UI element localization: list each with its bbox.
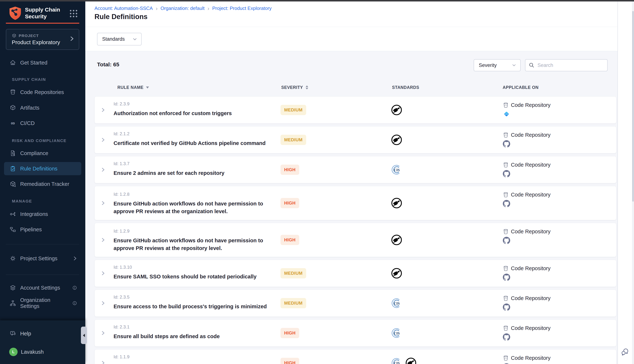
owasp-standard-icon	[405, 357, 417, 364]
sort-toggle-icon[interactable]	[306, 86, 308, 90]
sidebar-item-remediation-tracker[interactable]: Remediation Tracker	[4, 178, 81, 190]
page-scrollbar[interactable]	[632, 2, 634, 364]
sidebar-item-label: Get Started	[20, 60, 47, 66]
github-icon	[503, 140, 510, 148]
pipelines-icon	[10, 226, 16, 233]
table-row[interactable]: Id: 2.3.5 Ensure access to the build pro…	[95, 290, 616, 317]
sidebar-item-label: Integrations	[20, 211, 48, 217]
chevron-down-icon	[132, 36, 138, 42]
sidebar-item-artifacts[interactable]: Artifacts	[4, 101, 81, 114]
expand-chevron-icon[interactable]	[100, 107, 106, 113]
sidebar-item-cicd[interactable]: ∞ CI/CD	[4, 116, 81, 130]
sidebar-item-label: Rule Definitions	[20, 166, 57, 172]
table-row[interactable]: Id: 2.3.1 Ensure all build steps are def…	[95, 320, 616, 346]
sidebar-item-get-started[interactable]: Get Started	[4, 56, 81, 69]
table-row[interactable]: Id: 1.2.8 Ensure GitHub action workflows…	[95, 186, 616, 220]
project-name: Product Exploratory	[12, 39, 60, 46]
sidebar-item-integrations[interactable]: Integrations	[4, 208, 81, 221]
rule-id: Id: 1.1.9	[114, 354, 280, 360]
standards-filter-dropdown[interactable]: Standards	[97, 33, 142, 46]
sidebar-item-account-settings[interactable]: Account Settings	[4, 281, 81, 294]
owasp-standard-icon	[391, 134, 402, 146]
search-input[interactable]	[537, 62, 604, 68]
breadcrumb-separator: ›	[156, 6, 158, 11]
sidebar-item-project-settings[interactable]: Project Settings	[4, 252, 81, 265]
expand-chevron-icon[interactable]	[100, 200, 106, 206]
github-icon	[503, 170, 510, 178]
severity-badge: HIGH	[280, 164, 299, 175]
chevron-down-icon	[511, 63, 517, 68]
breadcrumb-project-link[interactable]: Project: Product Exploratory	[212, 6, 272, 11]
user-name: Lavakush	[21, 349, 44, 355]
sidebar-item-label: Compliance	[20, 150, 48, 156]
chevron-right-icon	[69, 36, 75, 42]
expand-chevron-icon[interactable]	[100, 300, 106, 306]
cis-standard-icon	[391, 357, 402, 364]
chat-support-icon[interactable]	[621, 348, 629, 356]
owasp-standard-icon	[391, 268, 402, 279]
col-applicable-on: APPLICABLE ON	[503, 85, 539, 90]
rule-name: Certificate not verified by GitHub Actio…	[114, 139, 275, 147]
cis-standard-icon	[391, 298, 402, 309]
sidebar-item-label: Artifacts	[20, 105, 40, 111]
user-menu[interactable]: L Lavakush	[4, 346, 81, 358]
sidebar-item-code-repositories[interactable]: </> Code Repositories	[4, 86, 81, 99]
table-row[interactable]: Id: 1.2.9 Ensure GitHub action workflows…	[95, 223, 616, 257]
app-switcher-grid-icon[interactable]	[70, 10, 77, 17]
sidebar-item-rule-definitions[interactable]: Rule Definitions	[4, 162, 81, 175]
cube-icon	[12, 33, 17, 38]
code-repository-icon	[503, 192, 509, 198]
scrollbar-thumb[interactable]	[632, 11, 634, 202]
rule-name: Authorization not enforced for custom tr…	[114, 110, 275, 117]
table-header: RULE NAME SEVERITY STANDARDS APPLICABLE …	[95, 84, 616, 91]
infinity-icon: ∞	[10, 120, 16, 126]
collapse-left-arrow-icon	[83, 334, 85, 337]
table-row[interactable]: Id: 1.3.7 Ensure 2 admins are set for ea…	[95, 156, 616, 183]
info-icon[interactable]	[72, 300, 78, 306]
help-button[interactable]: ? Help	[4, 328, 81, 340]
help-chat-icon: ?	[10, 330, 16, 337]
expand-chevron-icon[interactable]	[100, 360, 106, 364]
rule-id: Id: 2.1.2	[114, 131, 280, 136]
expand-chevron-icon[interactable]	[100, 137, 106, 142]
sidebar-item-pipelines[interactable]: Pipelines	[4, 223, 81, 236]
expand-chevron-icon[interactable]	[100, 167, 106, 172]
home-icon	[10, 60, 16, 66]
table-row[interactable]: Id: 1.3.10 Ensure SAML SSO tokens should…	[95, 260, 616, 287]
sidebar-item-label: Organization Settings	[20, 297, 68, 309]
info-icon[interactable]	[72, 285, 78, 291]
table-row[interactable]: Id: 1.1.9 HIGH Code Repository	[95, 349, 616, 364]
code-repository-icon	[503, 355, 509, 361]
severity-filter-dropdown[interactable]: Severity	[474, 59, 521, 71]
project-selector[interactable]: PROJECT Product Exploratory	[6, 29, 79, 50]
search-icon	[529, 62, 535, 68]
table-row[interactable]: Id: 2.1.2 Certificate not verified by Gi…	[95, 126, 616, 154]
rule-id: Id: 2.3.1	[114, 324, 280, 330]
rule-id: Id: 1.2.9	[114, 228, 280, 234]
box-wrench-icon	[10, 181, 16, 187]
applicable-on-label: Code Repository	[511, 355, 550, 361]
col-rule-name[interactable]: RULE NAME	[117, 85, 143, 90]
sidebar-item-organization-settings[interactable]: Organization Settings	[4, 296, 81, 310]
expand-chevron-icon[interactable]	[100, 270, 106, 276]
rules-panel: Total: 65 Severity RULE NAME SEVERITY ST…	[85, 51, 617, 364]
table-row[interactable]: Id: 2.3.9 Authorization not enforced for…	[95, 96, 616, 124]
section-label-supply-chain: SUPPLY CHAIN	[12, 76, 46, 83]
breadcrumb-organization-link[interactable]: Organization: default	[161, 6, 205, 11]
github-icon	[503, 237, 510, 244]
sort-desc-icon[interactable]	[146, 86, 149, 88]
rule-name: Ensure GitHub action workflows do not ha…	[114, 236, 275, 252]
breadcrumb-account-link[interactable]: Account: Automation-SSCA	[95, 6, 153, 11]
breadcrumb-separator: ›	[207, 6, 209, 11]
code-repository-icon	[503, 266, 509, 272]
expand-chevron-icon[interactable]	[100, 330, 106, 336]
expand-chevron-icon[interactable]	[100, 237, 106, 243]
sidebar-collapse-handle[interactable]	[81, 326, 87, 344]
sidebar-item-compliance[interactable]: Compliance	[4, 147, 81, 160]
code-repository-icon	[503, 132, 509, 138]
project-label: PROJECT	[12, 33, 39, 38]
severity-badge: MEDIUM	[280, 105, 306, 115]
total-count: Total: 65	[97, 62, 119, 68]
window-top-edge	[0, 0, 634, 2]
col-severity[interactable]: SEVERITY	[281, 85, 303, 90]
